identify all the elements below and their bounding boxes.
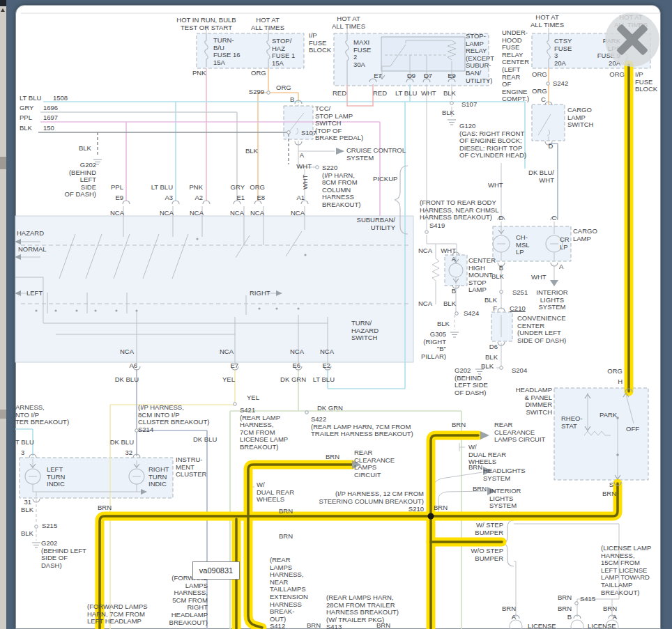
ip-fuse-block-box: [197, 33, 304, 68]
close-icon: [605, 13, 659, 67]
part-number-tag: va090831: [192, 561, 240, 580]
wiring-diagram: [0, 0, 672, 629]
turn-hazard-switch-box: [15, 216, 413, 362]
close-button[interactable]: [605, 13, 659, 67]
stop-lamp-relay-box: [381, 37, 465, 71]
dimmer-switch-box: [554, 388, 648, 480]
splice-junction-s210: [428, 513, 434, 520]
convenience-center-box: [491, 312, 512, 341]
page-background: { "watermark": "va090831", "colors": { "…: [0, 0, 672, 629]
